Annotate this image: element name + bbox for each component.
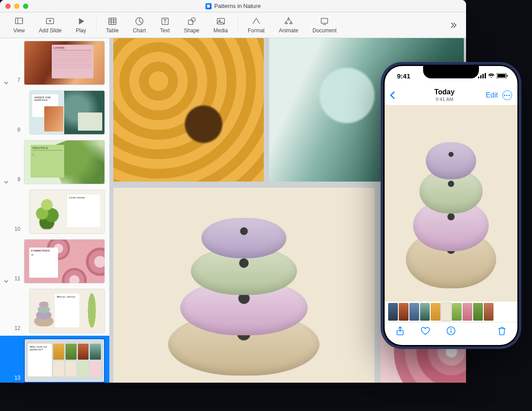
chevron-down-icon (4, 279, 8, 283)
slide-navigator[interactable]: 7 LAYERS 8 Under the surface (0, 38, 110, 383)
photo-viewer[interactable] (385, 105, 517, 302)
slide-thumbnail[interactable]: Under the surface (29, 90, 105, 135)
edit-button[interactable]: Edit (486, 91, 498, 99)
disclosure-toggle[interactable] (3, 279, 10, 283)
titlebar: Patterns in Nature (0, 0, 466, 12)
animate-icon (284, 16, 293, 26)
table-label: Table (106, 27, 119, 34)
status-time: 9:41 (397, 72, 410, 80)
svg-point-14 (191, 18, 195, 22)
more-button[interactable]: ••• (502, 90, 512, 100)
slide-thumbnail[interactable]: Mirror, mirror (29, 289, 105, 333)
slide-row[interactable]: 8 Under the surface (0, 88, 109, 137)
media-label: Media (213, 27, 228, 34)
slide-row[interactable]: 10 Look closer (0, 187, 109, 237)
svg-rect-22 (485, 73, 486, 78)
media-button[interactable]: Media (206, 16, 235, 34)
shape-label: Shape (184, 27, 200, 34)
filmstrip-thumb[interactable] (399, 303, 409, 321)
slide-thumbnail[interactable]: LAYERS (24, 41, 105, 85)
slide-number: 7 (13, 77, 20, 85)
slide-number: 12 (13, 325, 20, 333)
slide-row[interactable]: 9 FRACTALS△ (0, 137, 109, 187)
slide-row[interactable]: 7 LAYERS (0, 38, 109, 88)
urchin-stack-icon (168, 192, 320, 376)
slide-number: 9 (13, 176, 20, 184)
slide-thumbnail[interactable]: Why look for patterns? (24, 338, 105, 383)
slide-thumbnail[interactable]: Look closer (29, 190, 105, 234)
view-button[interactable]: View (6, 16, 32, 34)
document-title: Patterns in Nature (214, 3, 261, 9)
toolbar-separator (96, 18, 96, 32)
format-button[interactable]: Format (241, 16, 272, 34)
add-slide-button[interactable]: Add Slide (32, 16, 69, 34)
canvas-image-honeycomb[interactable] (113, 38, 264, 182)
chevron-down-icon (4, 81, 8, 85)
photos-navbar: Today 9:41 AM Edit ••• (385, 85, 517, 105)
share-icon (395, 326, 405, 336)
close-button[interactable] (5, 4, 11, 9)
canvas-image-urchins[interactable] (113, 188, 374, 383)
trash-icon (497, 326, 507, 336)
add-slide-label: Add Slide (39, 27, 62, 34)
filmstrip-thumb[interactable] (431, 303, 440, 321)
filmstrip-thumb[interactable] (441, 303, 451, 321)
share-button[interactable] (395, 326, 405, 338)
zoom-button[interactable] (23, 4, 28, 9)
svg-rect-25 (507, 75, 508, 77)
photos-toolbar (385, 322, 517, 345)
nav-title: Today (405, 88, 484, 96)
heart-icon (420, 326, 431, 336)
slide-row[interactable]: 11 SYMMETRIES✳︎ (0, 237, 109, 286)
slide-thumbnail[interactable]: SYMMETRIES✳︎ (24, 239, 105, 283)
document-button[interactable]: Document (305, 16, 344, 34)
filmstrip-thumb[interactable] (484, 303, 493, 321)
toolbar-separator (238, 18, 238, 32)
media-icon (216, 16, 226, 26)
filmstrip-thumb[interactable] (452, 303, 462, 321)
view-icon (14, 16, 24, 26)
info-button[interactable] (446, 326, 456, 338)
chart-icon (135, 16, 144, 26)
text-button[interactable]: Text (153, 16, 177, 34)
filmstrip[interactable] (385, 302, 517, 322)
filmstrip-thumb[interactable] (388, 303, 398, 321)
thumb-title: Under the surface (34, 96, 56, 101)
play-label: Play (76, 27, 86, 34)
back-button[interactable] (390, 91, 403, 100)
status-indicators (478, 73, 508, 78)
animate-label: Animate (279, 27, 298, 34)
slide-thumbnail[interactable]: FRACTALS△ (24, 140, 105, 184)
animate-button[interactable]: Animate (272, 16, 305, 34)
filmstrip-thumb[interactable] (409, 303, 419, 321)
text-label: Text (160, 27, 170, 34)
thumb-title: Why look for patterns? (30, 345, 50, 351)
toolbar-overflow-button[interactable] (447, 20, 460, 30)
svg-rect-13 (189, 20, 193, 24)
slide-row[interactable]: 12 Mirror, mirror (0, 286, 109, 336)
document-icon (320, 16, 329, 26)
thumb-title: SYMMETRIES (31, 249, 56, 252)
delete-button[interactable] (497, 326, 507, 338)
format-label: Format (248, 27, 265, 34)
thumb-title: Mirror, mirror (57, 295, 77, 298)
minimize-button[interactable] (14, 4, 19, 9)
favorite-button[interactable] (420, 326, 431, 338)
window-controls (5, 0, 28, 12)
thumb-title: FRACTALS (32, 147, 62, 151)
slide-row[interactable]: 13 Why look for patterns? (0, 336, 109, 383)
filmstrip-thumb[interactable] (473, 303, 483, 321)
filmstrip-thumb[interactable] (463, 303, 472, 321)
svg-point-29 (451, 329, 451, 329)
chart-button[interactable]: Chart (126, 16, 153, 34)
svg-marker-5 (79, 18, 84, 25)
disclosure-toggle[interactable] (3, 180, 10, 184)
disclosure-toggle[interactable] (3, 81, 10, 85)
view-label: View (13, 27, 25, 34)
keynote-doc-icon (205, 3, 212, 9)
shape-button[interactable]: Shape (177, 16, 207, 34)
play-button[interactable]: Play (69, 16, 93, 34)
filmstrip-thumb[interactable] (420, 303, 430, 321)
table-button[interactable]: Table (99, 16, 126, 34)
nav-subtitle: 9:41 AM (405, 97, 484, 102)
